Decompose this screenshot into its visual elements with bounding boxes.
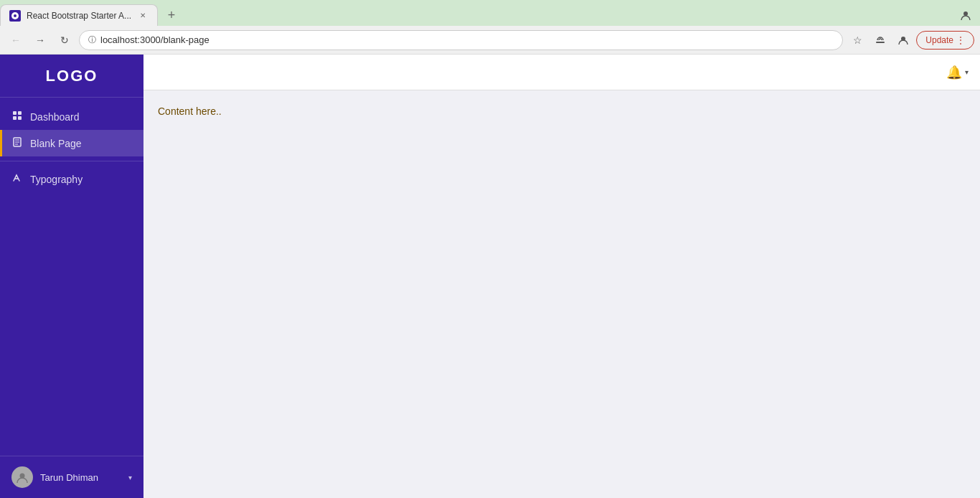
update-button[interactable]: Update ⋮ — [916, 31, 974, 50]
avatar — [11, 466, 33, 488]
svg-rect-5 — [13, 116, 17, 120]
tab-bar: React Bootstrap Starter A... ✕ + — [0, 0, 980, 26]
typography-icon — [11, 173, 23, 185]
forward-button[interactable]: → — [30, 30, 50, 50]
sidebar-nav: Dashboard Blank Page — [0, 98, 143, 456]
user-dropdown-arrow: ▾ — [128, 474, 132, 481]
bell-icon: 🔔 — [946, 65, 962, 80]
sidebar-item-blank-page[interactable]: Blank Page — [0, 130, 143, 156]
content-area: Content here.. — [143, 90, 980, 498]
content-placeholder: Content here.. — [158, 105, 222, 117]
sidebar-item-dashboard-label: Dashboard — [30, 111, 80, 123]
new-tab-button[interactable]: + — [161, 4, 182, 26]
sidebar-item-blank-page-label: Blank Page — [30, 138, 82, 149]
dashboard-icon — [11, 111, 23, 123]
sidebar-logo: LOGO — [0, 55, 143, 98]
blank-page-icon — [11, 137, 23, 149]
lock-icon: ⓘ — [88, 34, 96, 45]
svg-rect-3 — [13, 111, 17, 115]
window-controls — [957, 7, 980, 26]
svg-rect-4 — [18, 111, 22, 115]
toolbar-right: ☆ Update ⋮ — [847, 30, 974, 50]
logo-text: LOGO — [46, 67, 98, 85]
browser-window: React Bootstrap Starter A... ✕ + ← → ↻ ⓘ… — [0, 0, 980, 498]
sidebar: LOGO Dashboard — [0, 55, 143, 498]
svg-rect-1 — [876, 42, 885, 43]
tab-favicon — [9, 10, 21, 22]
svg-rect-6 — [18, 116, 22, 120]
address-text: localhost:3000/blank-page — [100, 34, 209, 45]
profile-button[interactable] — [893, 30, 913, 50]
sidebar-item-typography-label: Typography — [30, 174, 83, 185]
tab-title: React Bootstrap Starter A... — [27, 11, 131, 21]
sidebar-footer[interactable]: Tarun Dhiman ▾ — [0, 456, 143, 498]
tab-favicon-dot — [14, 14, 17, 17]
bookmark-button[interactable]: ☆ — [847, 30, 867, 50]
svg-point-0 — [963, 11, 968, 16]
window-profile-icon[interactable] — [957, 7, 974, 24]
notifications-button[interactable]: 🔔 ▾ — [946, 65, 969, 80]
address-bar[interactable]: ⓘ localhost:3000/blank-page — [79, 30, 843, 50]
sidebar-divider — [0, 161, 143, 161]
active-tab[interactable]: React Bootstrap Starter A... ✕ — [0, 4, 158, 26]
tab-spacer — [182, 4, 957, 26]
media-router-button[interactable] — [870, 30, 890, 50]
address-bar-row: ← → ↻ ⓘ localhost:3000/blank-page ☆ — [0, 26, 980, 55]
main-header: 🔔 ▾ — [143, 55, 980, 90]
back-button[interactable]: ← — [6, 30, 26, 50]
sidebar-item-dashboard[interactable]: Dashboard — [0, 103, 143, 130]
tab-close-button[interactable]: ✕ — [137, 10, 149, 22]
bell-dropdown-arrow: ▾ — [965, 68, 969, 76]
sidebar-item-typography[interactable]: Typography — [0, 166, 143, 192]
user-name: Tarun Dhiman — [40, 472, 121, 483]
reload-button[interactable]: ↻ — [55, 30, 75, 50]
tab-favicon-inner — [11, 12, 19, 19]
main-content: 🔔 ▾ Content here.. — [143, 55, 980, 498]
app-container: LOGO Dashboard — [0, 55, 980, 498]
